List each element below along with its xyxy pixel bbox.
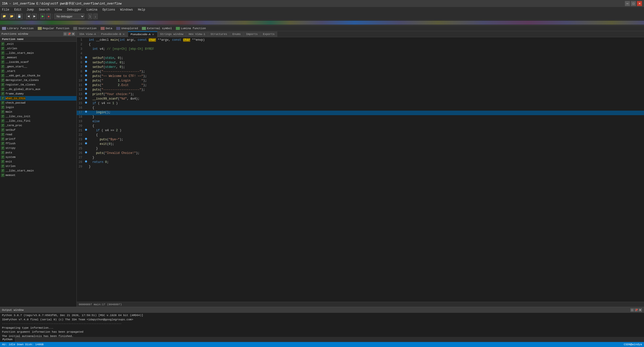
output-restore-button[interactable]: □ bbox=[630, 308, 634, 312]
toolbar-step-over[interactable]: ⤵ bbox=[88, 14, 92, 19]
code-line[interactable]: 24 exit(0); bbox=[77, 142, 644, 147]
editor-tab[interactable]: Strings window bbox=[157, 31, 186, 37]
close-button[interactable]: ✕ bbox=[637, 1, 642, 6]
editor-tab[interactable]: IDA View-A bbox=[77, 31, 99, 37]
function-list-item[interactable]: f_term_proc bbox=[0, 123, 76, 128]
code-line[interactable]: 3 int v4; // [esp+Ch] [ebp-Ch] BYREF bbox=[77, 47, 644, 52]
output-tab-python[interactable]: Python bbox=[0, 337, 15, 342]
code-line[interactable]: 26 puts("Invalid Choice!"); bbox=[77, 151, 644, 156]
code-line[interactable]: 6 setbuf(stdout, 0); bbox=[77, 61, 644, 65]
code-line[interactable]: 18 } bbox=[77, 115, 644, 120]
breakpoint-dot[interactable] bbox=[84, 138, 88, 140]
panel-pin-button[interactable]: 📌 bbox=[67, 32, 71, 36]
function-list-item[interactable]: fstrcpy bbox=[0, 146, 76, 150]
code-line[interactable]: 22 { bbox=[77, 133, 644, 138]
function-list-item[interactable]: f__libc_start_main bbox=[0, 51, 76, 55]
breakpoint-dot[interactable] bbox=[84, 65, 88, 67]
function-list-item[interactable]: fsystem bbox=[0, 155, 76, 159]
menu-jump[interactable]: Jump bbox=[26, 8, 35, 12]
function-list-item[interactable]: f__libc_start_main bbox=[0, 168, 76, 173]
editor-tab[interactable]: Hex View-1 bbox=[186, 31, 208, 37]
menu-search[interactable]: Search bbox=[38, 8, 51, 12]
breakpoint-dot[interactable] bbox=[84, 56, 88, 58]
menu-edit[interactable]: Edit bbox=[13, 8, 23, 12]
toolbar-stop[interactable]: ■ bbox=[46, 14, 51, 19]
output-pin-button[interactable]: 📌 bbox=[634, 308, 638, 312]
function-list-item[interactable]: f__libc_csu_fini bbox=[0, 119, 76, 123]
toolbar-back[interactable]: ◀ bbox=[26, 14, 31, 19]
function-list-item[interactable]: f__x86_get_pc_thunk_bx bbox=[0, 73, 76, 78]
code-line[interactable]: 21 if ( v4 == 2 ) bbox=[77, 129, 644, 133]
function-list-item[interactable]: f_memset bbox=[0, 55, 76, 60]
toolbar-step-into[interactable]: ↓ bbox=[93, 14, 98, 19]
code-line[interactable]: 1int __cdecl main(int argc, const char *… bbox=[77, 38, 644, 43]
toolbar-open[interactable]: 📂 bbox=[9, 14, 15, 19]
breakpoint-dot[interactable] bbox=[84, 74, 88, 76]
editor-tab[interactable]: Imports bbox=[244, 31, 260, 37]
breakpoint-dot[interactable] bbox=[84, 83, 88, 85]
code-line[interactable]: 17 login(); bbox=[77, 111, 644, 115]
code-line[interactable]: 25 } bbox=[77, 147, 644, 151]
tab-close-button[interactable]: ✕ bbox=[122, 33, 125, 36]
menu-view[interactable]: View bbox=[54, 8, 63, 12]
menu-lumina[interactable]: Lumina bbox=[86, 8, 98, 12]
toolbar-new[interactable]: 📁 bbox=[1, 14, 8, 19]
function-list-item[interactable]: fcheck_passwd bbox=[0, 101, 76, 105]
code-line[interactable]: 2{ bbox=[77, 43, 644, 47]
breakpoint-dot[interactable] bbox=[84, 88, 88, 90]
breakpoint-dot[interactable] bbox=[84, 160, 88, 162]
function-list-item[interactable]: fmemset bbox=[0, 173, 76, 178]
minimize-button[interactable]: ─ bbox=[625, 1, 630, 6]
toolbar-run[interactable]: ▶ bbox=[40, 14, 45, 19]
code-line[interactable]: 29} bbox=[77, 165, 644, 169]
editor-tab[interactable]: Exports bbox=[260, 31, 277, 37]
function-list-item[interactable]: fread bbox=[0, 132, 76, 137]
editor-tab[interactable]: Structures bbox=[208, 31, 230, 37]
maximize-button[interactable]: □ bbox=[631, 1, 636, 6]
function-list-item[interactable]: f__do_global_dtors_aux bbox=[0, 87, 76, 92]
editor-tab[interactable]: Enums bbox=[230, 31, 244, 37]
breakpoint-dot[interactable] bbox=[84, 97, 88, 99]
code-line[interactable]: 5 setbuf(stdin, 0); bbox=[77, 56, 644, 61]
panel-restore-button[interactable]: □ bbox=[63, 32, 67, 36]
function-list-item[interactable]: f__libc_csu_init bbox=[0, 114, 76, 119]
menu-options[interactable]: Options bbox=[101, 8, 116, 12]
tab-close-button[interactable]: ✕ bbox=[151, 33, 155, 36]
breakpoint-dot[interactable] bbox=[84, 151, 88, 153]
code-line[interactable]: 8 puts("--------------------"); bbox=[77, 70, 644, 74]
toolbar-forward[interactable]: ▶ bbox=[32, 14, 37, 19]
function-list-item[interactable]: fmain bbox=[0, 110, 76, 114]
code-line[interactable]: 11 puts(" 2.Exit "); bbox=[77, 83, 644, 88]
breakpoint-dot[interactable] bbox=[84, 93, 88, 95]
function-list-item[interactable]: f_gmon_start__ bbox=[0, 64, 76, 69]
menu-windows[interactable]: Windows bbox=[119, 8, 134, 12]
function-list-item[interactable]: fprintf bbox=[0, 137, 76, 141]
code-line[interactable]: 13 printf("Your choice:"); bbox=[77, 93, 644, 97]
code-line[interactable]: 10 puts(" 1.Login "); bbox=[77, 79, 644, 83]
function-list-item[interactable]: fwhat_is_this bbox=[0, 96, 76, 101]
function-list-item[interactable]: f_start bbox=[0, 69, 76, 73]
breakpoint-dot[interactable] bbox=[84, 102, 88, 104]
code-line[interactable]: 19 else bbox=[77, 120, 644, 124]
code-line[interactable]: 14 __isoc99_scanf("%d", &v4); bbox=[77, 97, 644, 102]
code-line[interactable]: 28 return 0; bbox=[77, 160, 644, 165]
function-list-item[interactable]: f__isoc99_scanf bbox=[0, 60, 76, 64]
function-list-item[interactable]: fframe_dummy bbox=[0, 92, 76, 96]
function-list-item[interactable]: fsetbuf bbox=[0, 128, 76, 132]
code-line[interactable]: 4 bbox=[77, 52, 644, 56]
function-list-item[interactable]: fputs bbox=[0, 150, 76, 155]
menu-help[interactable]: Help bbox=[137, 8, 146, 12]
code-line[interactable]: 15 if ( v4 == 1 ) bbox=[77, 102, 644, 106]
code-line[interactable]: 9 puts("~~ Welcome to CTF! ~~"); bbox=[77, 74, 644, 79]
menu-debugger[interactable]: Debugger bbox=[66, 8, 83, 12]
editor-tab[interactable]: Pseudocode-B✕ bbox=[99, 31, 128, 37]
function-list[interactable]: f_exitf_strlenf__libc_start_mainf_memset… bbox=[0, 42, 76, 307]
editor-tab[interactable]: Pseudocode-A✕ bbox=[128, 31, 157, 37]
function-list-item[interactable]: f_strlen bbox=[0, 46, 76, 51]
function-list-item[interactable]: fstrlen bbox=[0, 164, 76, 168]
function-list-item[interactable]: f_exit bbox=[0, 42, 76, 46]
debugger-dropdown[interactable]: No debugger bbox=[54, 14, 85, 19]
breakpoint-dot[interactable] bbox=[84, 70, 88, 72]
code-line[interactable]: 23 puts("Bye~"); bbox=[77, 138, 644, 142]
output-close-button[interactable]: ✕ bbox=[638, 308, 642, 312]
